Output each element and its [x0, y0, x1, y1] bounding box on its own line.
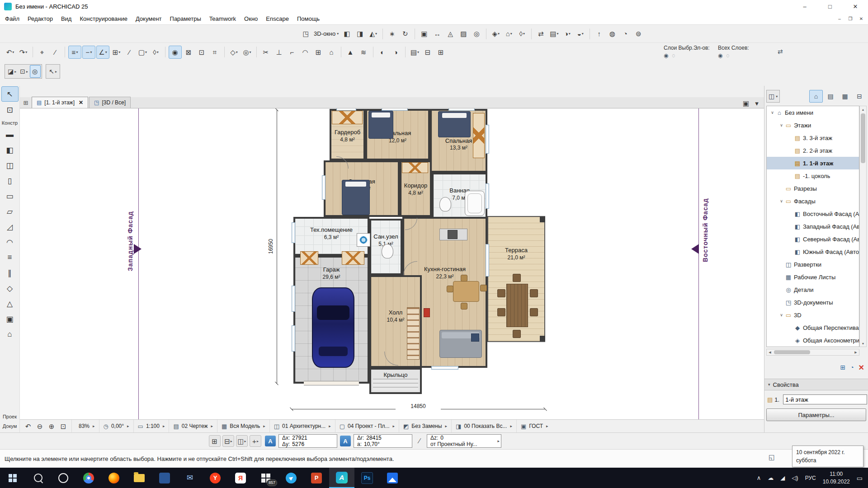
zoom-previous-icon[interactable]: ↶	[23, 421, 33, 431]
layers-icon[interactable]: ▤▾	[548, 28, 560, 40]
language-indicator[interactable]: РУС	[805, 475, 816, 481]
tree-story-1[interactable]: ▤ 1. 1-й этаж	[767, 157, 859, 169]
close-button[interactable]: ✕	[843, 0, 868, 13]
menu-edit[interactable]: Редактор	[24, 14, 57, 23]
tree-worksheets[interactable]: ▦ Рабочие Листы	[767, 271, 859, 283]
toolbox-section-document[interactable]: Докум	[3, 423, 17, 429]
stove-icon[interactable]	[448, 230, 458, 239]
mesh-smooth-icon[interactable]: ≋	[358, 46, 370, 58]
window-opening[interactable]	[322, 175, 326, 200]
origin-reference[interactable]: от Проектный Ну...	[430, 441, 477, 447]
car-icon[interactable]	[312, 287, 354, 368]
publish-icon[interactable]: ↑	[593, 28, 605, 40]
pen-color-select-icon[interactable]: −▾	[82, 46, 95, 59]
frame-icon[interactable]: ▢▾	[137, 46, 149, 58]
tree-story-2[interactable]: ▤ 2. 2-й этаж	[767, 144, 859, 157]
cutaway-icon[interactable]: ◧	[341, 28, 353, 40]
tree-3d[interactable]: ∨ ▭ 3D	[767, 309, 859, 321]
chair-icon[interactable]	[461, 275, 467, 282]
west-facade-label[interactable]: Западный Фасад	[127, 176, 134, 271]
toilet-icon[interactable]	[439, 197, 451, 211]
delta-ra-field[interactable]: Δr:28415 a:10,70°	[354, 434, 412, 448]
room-name[interactable]: Крыльцо	[371, 371, 420, 379]
scrollbar-thumb[interactable]	[774, 350, 810, 354]
window-opening[interactable]	[292, 325, 295, 352]
trim-icon[interactable]: ⌐	[286, 46, 298, 58]
wardrobe-icon[interactable]	[332, 111, 363, 124]
terrace-post[interactable]	[540, 217, 545, 222]
model-filter-combo[interactable]: ▦ Вся Модель	[217, 420, 269, 432]
multiply-icon[interactable]: ⊞	[312, 46, 325, 58]
arrow-mode-icon[interactable]: ↖▸	[47, 66, 59, 77]
lock-icon[interactable]: ◌	[672, 52, 675, 59]
angle-select-icon[interactable]: ∠▾	[96, 46, 109, 59]
tree-stories[interactable]: ∨ ▭ Этажи	[767, 119, 859, 131]
taskbar-app-mail[interactable]: ✉	[177, 468, 203, 488]
window-opening[interactable]	[431, 366, 458, 370]
guide-lines-icon[interactable]: ∕	[123, 46, 136, 58]
tab-3d[interactable]: ◳ [3D / Все]	[89, 97, 131, 108]
scale-combo[interactable]: ▭ 1:100	[133, 420, 169, 432]
object-tool-icon[interactable]: ⌂	[2, 327, 18, 342]
terrace-chair-icon[interactable]	[497, 308, 505, 316]
rotation-combo[interactable]: ◷ 0,00°	[99, 420, 133, 432]
network-icon[interactable]: ◢	[780, 474, 785, 481]
toolbox-section-design[interactable]: Констр	[2, 120, 18, 126]
chair-icon[interactable]	[461, 303, 467, 310]
collapse-icon[interactable]: ⊟	[422, 46, 434, 58]
menu-enscape[interactable]: Enscape	[262, 14, 293, 23]
pillow-icon[interactable]	[471, 333, 479, 342]
renovation-filter-icon[interactable]: ◊▾	[516, 28, 528, 40]
menu-file[interactable]: Файл	[1, 14, 24, 23]
terrace-post[interactable]	[540, 336, 545, 341]
adjust-icon[interactable]: ⊥	[273, 46, 285, 58]
hint-panel-icon[interactable]: ◱	[769, 453, 775, 461]
walkthrough-icon[interactable]: ∗	[386, 28, 398, 40]
projection-icon[interactable]: ◭▾	[367, 28, 379, 40]
absolute-coords-button[interactable]: A	[265, 436, 276, 446]
eye-icon[interactable]: ◉	[664, 52, 668, 59]
marquee-tool-icon[interactable]: ⊡	[2, 103, 18, 117]
camera-icon[interactable]: ◎	[471, 28, 483, 40]
tree-horizontal-scrollbar[interactable]: ◀ ▶	[766, 349, 859, 356]
bed-icon[interactable]	[368, 111, 393, 139]
dining-table-icon[interactable]	[453, 281, 479, 302]
bed-icon[interactable]	[438, 111, 471, 137]
inject-parameters-icon[interactable]: ∕	[49, 46, 61, 58]
taskbar-app-powerpoint[interactable]: P	[304, 468, 329, 488]
east-facade-line[interactable]	[698, 108, 699, 419]
snap-circle-icon[interactable]: ◎▾	[241, 46, 253, 58]
tree-elevation-west[interactable]: ◧ Западный Фасад (Ав	[767, 220, 859, 233]
window-opening[interactable]	[382, 108, 408, 111]
doc-close-icon[interactable]: ✕	[857, 15, 865, 23]
east-facade-marker-icon[interactable]	[691, 244, 699, 254]
stair-tool-icon[interactable]: ≡	[2, 250, 18, 265]
quick-layers-icon[interactable]: ⇄	[535, 28, 547, 40]
coordinate-grid-icon[interactable]: ⌗	[209, 46, 221, 58]
settings-button[interactable]: Параметры...	[766, 408, 866, 421]
cabinet-icon[interactable]	[342, 251, 364, 265]
terrace-chair-icon[interactable]	[513, 330, 521, 338]
layer-combination-combo[interactable]: ◫ 01 Архитектурн...	[269, 420, 335, 432]
window-opening[interactable]	[486, 183, 489, 209]
delta-z-field[interactable]: Δz:0 от Проектный Ну...	[427, 434, 501, 448]
taskbar-app-photoshop[interactable]: Ps	[354, 468, 380, 488]
delta-xy-field[interactable]: Δx:27921 Δy:5276	[278, 434, 337, 448]
expand-icon[interactable]: ⊞	[435, 46, 447, 58]
zone-tool-icon[interactable]: ▣	[2, 312, 18, 326]
pen-set-combo[interactable]: ▤ 02 Чертеж	[169, 420, 217, 432]
line-type-select-icon[interactable]: ≡▾	[68, 46, 81, 59]
pane-right-icon[interactable]: ◑	[390, 46, 402, 58]
action-center-icon[interactable]: ▭	[857, 474, 863, 482]
tab-floor-1[interactable]: ▤ [1. 1-й этаж] ✕	[32, 97, 88, 108]
clone-folder-icon[interactable]: ⊞	[840, 364, 845, 371]
tab-menu-icon[interactable]: ▾	[752, 98, 762, 108]
arrow-tool-icon[interactable]: ↖	[1, 86, 19, 102]
undo-icon[interactable]: ↶▾	[4, 46, 16, 58]
wardrobe-icon[interactable]	[402, 162, 428, 173]
taskbar-app-archicad[interactable]: A	[329, 468, 354, 488]
elevate-icon[interactable]: ⌂	[326, 46, 338, 58]
tree-elevation-north[interactable]: ◧ Северный Фасад (Ав	[767, 233, 859, 245]
menu-document[interactable]: Документ	[132, 14, 166, 23]
project-chooser-button[interactable]: ◫ ▾	[766, 90, 780, 103]
